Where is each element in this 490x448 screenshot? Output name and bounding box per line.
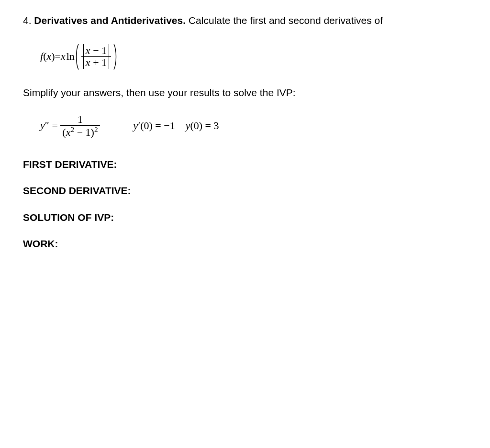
eq1-num-x: x: [86, 44, 90, 56]
label-solution-ivp: SOLUTION OF IVP:: [23, 210, 467, 224]
eq1-den-1: 1: [101, 56, 107, 68]
label-second-derivative: SECOND DERIVATIVE:: [23, 184, 467, 197]
eq1-rparen: ): [51, 49, 55, 64]
page-content: 4. Derivatives and Antiderivatives. Calc…: [0, 0, 490, 251]
ivp-equation-row: y″ = 1 (x2 − 1)2 y′(0) = −1 y(0) = 3: [40, 110, 467, 142]
problem-heading: 4. Derivatives and Antiderivatives. Calc…: [23, 13, 467, 27]
ivp-cond1-y: y: [134, 120, 138, 131]
paren-left-icon: [75, 43, 79, 70]
eq1-num-1: 1: [101, 44, 107, 56]
problem-number: 4.: [23, 15, 32, 26]
ivp-den-outer-sq: 2: [94, 125, 98, 133]
ivp-den-minus: −: [74, 126, 85, 138]
equation-f-of-x: f(x) = xln x − 1 x + 1: [40, 40, 467, 73]
eq1-equals: =: [55, 49, 61, 64]
ivp-cond2-rp: ): [199, 120, 202, 131]
ivp-cond2-eq: =: [202, 120, 213, 131]
ivp-y: y: [40, 119, 45, 131]
problem-prompt: Calculate the first and second derivativ…: [186, 15, 383, 26]
ivp-den-one: 1: [86, 126, 91, 138]
label-work: WORK:: [23, 237, 467, 251]
ivp-den-lp: (: [62, 126, 66, 138]
ivp-cond2-val: 3: [214, 120, 219, 131]
ivp-frac-den: (x2 − 1)2: [60, 126, 100, 139]
eq1-den-x: x: [86, 56, 90, 68]
ivp-conditions: y′(0) = −1 y(0) = 3: [134, 119, 219, 133]
eq1-den-op: +: [90, 56, 101, 68]
ivp-cond2-y: y: [186, 120, 190, 131]
eq1-fraction: x − 1 x + 1: [81, 45, 111, 68]
instruction-simplify: Simplify your answers, then use your res…: [23, 86, 467, 99]
ivp-cond1-eq: =: [153, 120, 164, 131]
eq1-num-op: −: [90, 44, 101, 56]
eq1-ln: ln: [67, 49, 75, 64]
ivp-cond2-arg: 0: [194, 120, 199, 131]
ivp-den-rp: ): [91, 126, 94, 138]
label-first-derivative: FIRST DERIVATIVE:: [23, 157, 467, 171]
eq1-x: x: [46, 49, 51, 64]
ivp-den-xsq: 2: [70, 125, 74, 133]
ivp-double-prime: ″: [45, 119, 49, 131]
problem-title: Derivatives and Antiderivatives.: [34, 15, 186, 26]
paren-right-icon: [113, 43, 118, 70]
eq1-paren-content: x − 1 x + 1: [76, 45, 117, 68]
ivp-eq: =: [49, 119, 60, 131]
ivp-cond2-lp: (: [190, 120, 193, 131]
ivp-cond1-val: −1: [164, 120, 175, 131]
ivp-den-x: x: [66, 126, 71, 138]
ivp-ode: y″ = 1 (x2 − 1)2: [40, 114, 100, 139]
eq1-factor-x: x: [61, 49, 66, 64]
eq1-frac-den: x + 1: [81, 57, 111, 68]
ivp-cond1-rp: ): [149, 120, 153, 131]
ivp-frac-num: 1: [60, 114, 100, 126]
eq1-frac-num: x − 1: [81, 45, 111, 57]
ivp-cond1-arg: 0: [144, 120, 149, 131]
eq1-big-paren: x − 1 x + 1: [75, 43, 118, 70]
ivp-fraction: 1 (x2 − 1)2: [60, 114, 100, 139]
eq1-abs-num: x − 1: [83, 44, 109, 56]
ivp-cond1-lp: (: [140, 120, 144, 131]
eq1-abs-den: x + 1: [83, 56, 109, 68]
